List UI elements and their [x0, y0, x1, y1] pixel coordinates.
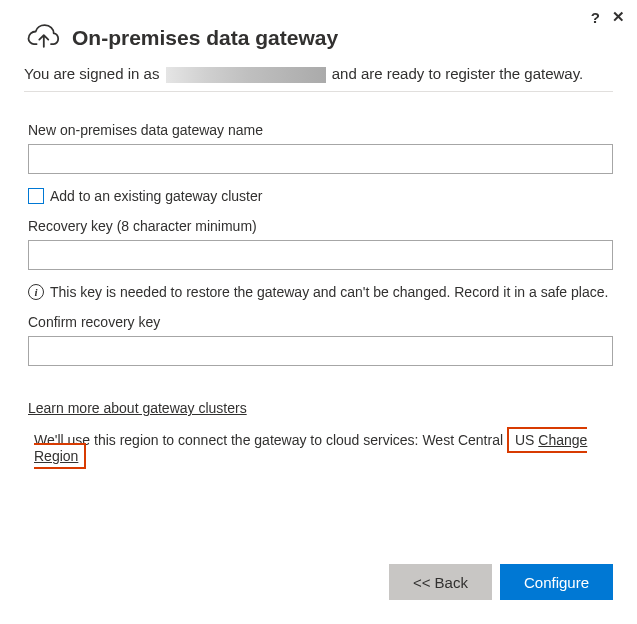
confirm-key-label: Confirm recovery key: [28, 314, 613, 330]
gateway-name-label: New on-premises data gateway name: [28, 122, 613, 138]
signedin-text: You are signed in as and are ready to re…: [24, 65, 613, 83]
recovery-key-input[interactable]: [28, 240, 613, 270]
region-us: US: [515, 432, 534, 448]
page-title: On-premises data gateway: [72, 26, 338, 50]
signedin-prefix: You are signed in as: [24, 65, 164, 82]
header: On-premises data gateway: [24, 20, 613, 55]
signedin-suffix: and are ready to register the gateway.: [328, 65, 584, 82]
add-cluster-checkbox[interactable]: [28, 188, 44, 204]
divider: [24, 91, 613, 92]
add-cluster-label: Add to an existing gateway cluster: [50, 188, 262, 204]
recovery-key-label: Recovery key (8 character minimum): [28, 218, 613, 234]
configure-button[interactable]: Configure: [500, 564, 613, 600]
help-icon[interactable]: ?: [591, 9, 600, 26]
learn-more-link[interactable]: Learn more about gateway clusters: [28, 400, 247, 416]
info-text: This key is needed to restore the gatewa…: [50, 284, 608, 300]
region-text: We'll use this region to connect the gat…: [28, 432, 613, 464]
gateway-name-input[interactable]: [28, 144, 613, 174]
cloud-upload-icon: [24, 20, 60, 55]
info-icon: i: [28, 284, 44, 300]
redacted-user: [166, 67, 326, 83]
confirm-key-input[interactable]: [28, 336, 613, 366]
back-button[interactable]: << Back: [389, 564, 492, 600]
region-prefix: We'll use this region to connect the gat…: [34, 432, 507, 448]
close-icon[interactable]: ✕: [612, 8, 625, 26]
